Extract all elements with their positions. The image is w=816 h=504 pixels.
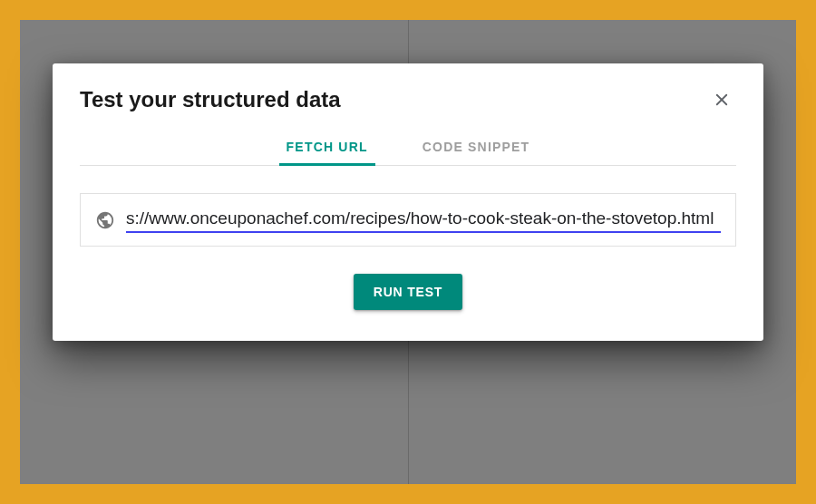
run-test-button[interactable]: RUN TEST (354, 274, 462, 310)
url-input-section (80, 193, 736, 247)
close-icon (714, 92, 730, 108)
tab-fetch-url[interactable]: FETCH URL (281, 131, 374, 165)
url-input-wrap (80, 193, 736, 247)
close-button[interactable] (707, 85, 736, 114)
url-input[interactable] (126, 207, 721, 233)
tab-code-snippet[interactable]: CODE SNIPPET (417, 131, 536, 165)
modal-title: Test your structured data (80, 87, 341, 112)
tab-bar: FETCH URL CODE SNIPPET (80, 131, 736, 166)
page-backdrop: Test your structured data FETCH URL CODE… (20, 20, 796, 484)
modal-header: Test your structured data (80, 85, 736, 114)
modal-actions: RUN TEST (80, 274, 736, 310)
structured-data-test-modal: Test your structured data FETCH URL CODE… (53, 63, 763, 341)
globe-icon (95, 210, 115, 230)
